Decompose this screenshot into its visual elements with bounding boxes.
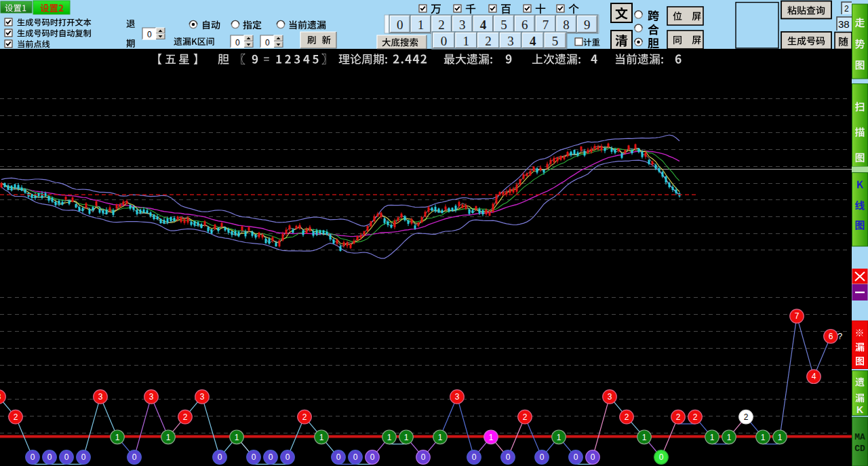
svg-text:6: 6 — [829, 332, 833, 341]
svg-text:0: 0 — [147, 30, 152, 39]
svg-text:7: 7 — [795, 311, 800, 321]
svg-text:0: 0 — [421, 452, 426, 462]
svg-text:0: 0 — [540, 452, 545, 462]
svg-text:0: 0 — [132, 452, 137, 462]
svg-text:1: 1 — [404, 433, 409, 442]
svg-text:0: 0 — [591, 452, 595, 462]
svg-text:0: 0 — [336, 452, 341, 462]
svg-text:0: 0 — [472, 452, 477, 462]
svg-text:3: 3 — [149, 392, 154, 402]
svg-text:4: 4 — [480, 18, 487, 32]
svg-text:0: 0 — [659, 452, 664, 462]
svg-text:1: 1 — [319, 433, 324, 442]
svg-text:1: 1 — [166, 433, 171, 442]
svg-text:0: 0 — [370, 452, 375, 462]
svg-text:2: 2 — [744, 412, 749, 422]
svg-text:2: 2 — [844, 4, 849, 14]
svg-text:1: 1 — [710, 433, 715, 442]
svg-text:9: 9 — [584, 18, 591, 32]
svg-text:2: 2 — [302, 412, 307, 422]
svg-text:7: 7 — [542, 18, 549, 32]
svg-text:0: 0 — [218, 452, 222, 462]
svg-text:2: 2 — [485, 34, 492, 48]
svg-text:3: 3 — [459, 18, 466, 32]
svg-text:0: 0 — [574, 452, 578, 462]
svg-text:1: 1 — [489, 433, 494, 442]
svg-text:0: 0 — [31, 452, 35, 462]
svg-text:1: 1 — [761, 433, 766, 442]
svg-text:2: 2 — [523, 412, 528, 422]
svg-text:1: 1 — [115, 433, 120, 442]
svg-text:2: 2 — [438, 18, 445, 32]
svg-text:2: 2 — [625, 412, 629, 422]
svg-text:0: 0 — [235, 38, 240, 47]
svg-text:0: 0 — [64, 452, 69, 462]
svg-text:MA: MA — [854, 432, 865, 442]
svg-text:0: 0 — [47, 452, 52, 462]
svg-text:0: 0 — [441, 34, 448, 48]
svg-text:0: 0 — [265, 38, 270, 47]
svg-text:0: 0 — [285, 452, 290, 462]
svg-text:0: 0 — [269, 452, 273, 462]
svg-text:1: 1 — [387, 433, 392, 442]
svg-text:3: 3 — [455, 392, 460, 402]
svg-text:0: 0 — [252, 452, 256, 462]
svg-text:K: K — [856, 404, 863, 415]
svg-text:2: 2 — [676, 412, 681, 422]
svg-text:3: 3 — [200, 392, 205, 402]
svg-text:1: 1 — [778, 433, 783, 442]
svg-text:1: 1 — [418, 18, 425, 32]
svg-text:2: 2 — [183, 412, 188, 422]
svg-text:1: 1 — [727, 433, 732, 442]
svg-text:0: 0 — [506, 452, 511, 462]
svg-text:0: 0 — [353, 452, 358, 462]
svg-text:3: 3 — [608, 392, 612, 402]
svg-text:5: 5 — [552, 34, 559, 48]
svg-text:4: 4 — [812, 372, 816, 381]
svg-text:3: 3 — [98, 392, 103, 402]
svg-text:1: 1 — [463, 34, 470, 48]
svg-text:2: 2 — [693, 412, 698, 422]
svg-text:8: 8 — [563, 18, 570, 32]
svg-text:6: 6 — [521, 18, 528, 32]
svg-text:1: 1 — [642, 433, 647, 442]
svg-text:2: 2 — [14, 412, 18, 422]
svg-text:1: 1 — [235, 433, 239, 442]
svg-text:?: ? — [837, 331, 842, 341]
svg-text:3: 3 — [507, 34, 514, 48]
svg-text:0: 0 — [397, 18, 403, 32]
svg-text:38: 38 — [838, 18, 850, 30]
svg-text:1: 1 — [438, 433, 443, 442]
svg-text:1: 1 — [557, 433, 561, 442]
svg-text:0: 0 — [81, 452, 86, 462]
svg-text:5: 5 — [500, 18, 507, 32]
svg-text:CD: CD — [854, 444, 865, 454]
svg-text:4: 4 — [530, 34, 536, 48]
